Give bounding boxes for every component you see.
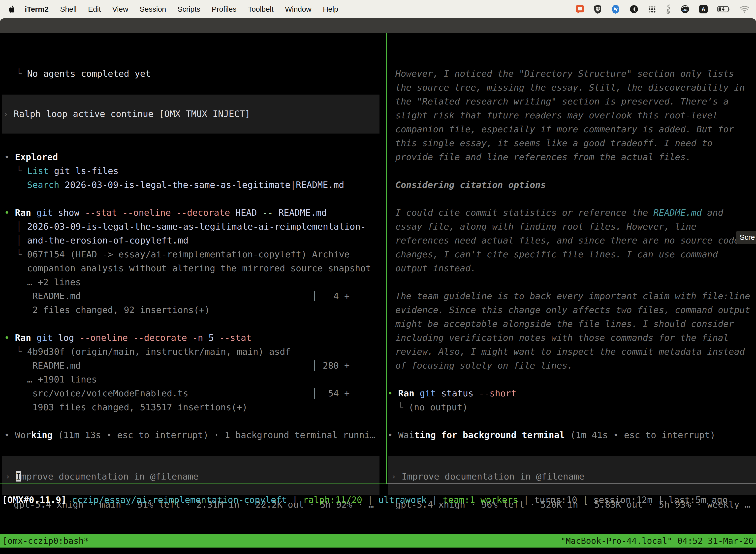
menu-profiles[interactable]: Profiles [211,5,236,13]
tmux-status-bar: [omx-cczip0:bash* "MacBook-Pro-44.local"… [0,534,756,548]
menu-status-icons: ..61 A [575,4,750,14]
blue-badge-icon[interactable] [611,4,620,14]
terminal-line: changes, I can't cite specific file line… [395,247,718,261]
terminal-line: review. Also, I might want to inspect th… [395,345,745,359]
menu-app-name[interactable]: iTerm2 [25,5,49,13]
terminal-line: slight risk that future readers may over… [395,108,718,122]
input-source-icon[interactable]: A [699,5,708,14]
terminal-line: However, I noticed the "Directory Struct… [395,67,734,81]
terminal-line: output instead. [395,261,476,275]
terminal-line: └ 067f154 (HEAD -> essay/ai-reimplementa… [16,247,350,261]
terminal-line: companion analysis without altering the … [27,261,371,275]
squiggle-icon[interactable] [666,4,671,14]
apple-menu-icon[interactable] [8,5,15,13]
menu-items: iTerm2ShellEditViewSessionScriptsProfile… [25,5,338,13]
menu-scripts[interactable]: Scripts [178,5,200,13]
menu-edit[interactable]: Edit [88,5,101,13]
terminal-line: … +2 lines [27,275,81,289]
terminal-line: • Ran git log --oneline --decorate -n 5 … [4,331,252,345]
tmux-pane-left[interactable]: └ No agents completed yet› Ralph loop ac… [0,33,386,484]
percent-badge-text: ..61 [682,8,688,12]
terminal-line: evidence. Since this change only affects… [395,303,750,317]
menu-session[interactable]: Session [140,5,166,13]
terminal-line: › Ralph loop active continue [OMX_TMUX_I… [3,107,250,121]
terminal-line: The team guideline is to back every impo… [395,289,750,303]
tmux-session-name: [omx-cczip0:bash* [2,536,89,546]
terminal-line: references need actual files, and since … [395,233,739,247]
terminal-line: this single essay, it seems like a good … [395,136,712,150]
terminal-line: the "Related research writing" section i… [395,95,729,108]
terminal-line: 1903 files changed, 513517 insertions(+) [27,400,248,414]
terminal-line: └ List git ls-files [16,164,119,178]
wifi-icon[interactable] [740,5,750,13]
terminal-line: 2 files changed, 92 insertions(+) [27,303,210,317]
terminal-line: including verification notes with those … [395,331,729,345]
dark-circle-icon[interactable] [630,5,638,14]
screen-notification-tooltip: Scre [736,231,756,244]
menu-bar: iTerm2ShellEditViewSessionScriptsProfile… [0,0,756,18]
terminal-line: └ 4b9d30f (origin/main, instructkr/main,… [16,345,291,359]
menu-shell[interactable]: Shell [60,5,77,13]
terminal-line: • Ran git show --stat --oneline --decora… [4,206,327,220]
terminal-line: └ (no output) [398,400,468,414]
terminal-line: of focusing solely on file lines. [395,359,573,373]
svg-text:A: A [701,6,705,12]
terminal-line: › Improve documentation in @filename [391,469,584,484]
terminal-line: I could cite commit statistics or refere… [395,206,723,220]
pane-border-inactive [387,484,756,484]
menu-window[interactable]: Window [285,5,312,13]
omx-status-line: [OMX#0.11.9] cczip/essay/ai-reimplementa… [0,493,756,507]
terminal-line: • Working (11m 13s • esc to interrupt) ·… [4,428,375,442]
terminal-line: │ 2026-03-09-is-legal-the-same-as-legiti… [16,220,366,233]
window-title-bar[interactable] [0,18,756,33]
pane-divider-vertical[interactable] [386,33,387,484]
menu-toolbelt[interactable]: Toolbelt [248,5,273,13]
battery-icon[interactable] [717,6,730,12]
terminal-line: › Improve documentation in @filename [5,469,198,484]
terminal-line: … +1901 lines [27,373,97,386]
terminal-line: [OMX#0.11.9] cczip/essay/ai-reimplementa… [2,493,728,507]
pane-border-active [0,484,386,484]
chat-app-icon[interactable] [575,4,584,14]
terminal-line: essay file, along with finding root file… [395,220,696,233]
terminal-line: • Ran git status --short [387,386,516,400]
tmux-host-clock: "MacBook-Pro-44.local" 04:52 31-Mar-26 [561,536,754,546]
terminal-line: src/voice/voiceModeEnabled.ts │ 54 + [27,386,350,400]
terminal-line: Considering citation options [395,178,546,192]
terminal-line: • Waiting for background terminal (1m 41… [387,428,715,442]
shield-grid-icon[interactable] [594,4,602,14]
terminal-line: the source tree, missing the essay. Stil… [395,81,745,95]
menu-help[interactable]: Help [323,5,338,13]
menu-view[interactable]: View [112,5,128,13]
terminal-line: might be acceptable alongside the file l… [395,317,734,331]
terminal-line: • Explored [4,150,58,164]
terminal-line: Search 2026-03-09-is-legal-the-same-as-l… [27,178,344,192]
terminal-line: provide file and line references from th… [395,150,691,164]
terminal-line: README.md │ 4 + [27,289,350,303]
terminal-content: └ No agents completed yet› Ralph loop ac… [0,33,756,554]
tmux-pane-right[interactable]: However, I noticed the "Directory Struct… [387,33,756,484]
percent-badge-icon[interactable]: ..61 [681,5,690,14]
dot-grid-icon[interactable] [648,5,656,13]
terminal-line: companion file, especially if more comme… [395,122,734,136]
terminal-line: └ No agents completed yet [16,67,151,81]
terminal-line: │ and-the-erosion-of-copyleft.md [16,233,189,247]
terminal-line: README.md │ 280 + [27,359,350,373]
